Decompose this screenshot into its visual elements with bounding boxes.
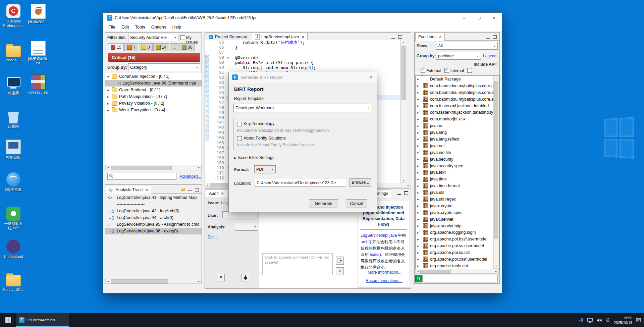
fold-collapse-icon[interactable]: ⊖ (226, 55, 230, 60)
tree-collapsed-icon[interactable]: ▸ (417, 97, 423, 101)
scroll-right-icon[interactable]: ▸ (197, 279, 201, 283)
external-checkbox[interactable] (421, 68, 425, 73)
editor-vertical-scrollbar[interactable]: ▴ ▾ (401, 40, 406, 183)
severity-chip[interactable]: ... (170, 43, 178, 51)
issue-search-input[interactable] (107, 173, 176, 180)
swap-arrows-icon[interactable]: ⇄ (181, 187, 185, 192)
package-row[interactable]: ▸java.net (416, 143, 499, 149)
display-tray-icon[interactable] (587, 318, 593, 323)
tree-collapsed-icon[interactable]: ▸ (417, 197, 423, 201)
minimize-panel-icon[interactable] (391, 35, 395, 39)
notification-center-icon[interactable] (636, 318, 641, 323)
vs-tray-icon[interactable] (578, 318, 584, 323)
severity-chip[interactable]: 7 (124, 43, 138, 51)
desktop-icon-understand[interactable]: Understand (1, 239, 25, 259)
advanced-link[interactable]: Advanced... (180, 174, 201, 179)
menu-edit[interactable]: Edit (118, 24, 132, 30)
maximize-panel-icon[interactable] (195, 188, 199, 192)
package-row[interactable]: ▸java.lang (416, 129, 499, 136)
taskbar-fortify-button[interactable]: F C:\Users\Adminis... (16, 313, 69, 327)
scroll-up-icon[interactable]: ▴ (494, 76, 498, 80)
tree-collapsed-icon[interactable]: ▸ (417, 157, 423, 161)
audit-tab[interactable]: Audit✕ (206, 189, 227, 198)
package-row[interactable]: ▸com.fasterxml.jackson.databind.ty (416, 109, 499, 116)
severity-chip[interactable]: 14 (153, 43, 169, 51)
package-row[interactable]: ▸java.nio.file (416, 149, 499, 156)
scroll-left-icon[interactable]: ◂ (106, 165, 110, 170)
tree-collapsed-icon[interactable]: ▸ (417, 84, 423, 88)
tree-collapsed-icon[interactable]: ▸ (107, 95, 112, 99)
scroll-left-icon[interactable]: ◂ (416, 269, 420, 274)
tree-collapsed-icon[interactable]: ▸ (417, 257, 423, 261)
tree-collapsed-icon[interactable]: ▸ (417, 224, 423, 228)
issue-filter-settings-expander[interactable]: ▶ Issue Filter Settings (234, 155, 274, 160)
scroll-left-icon[interactable]: ◂ (205, 183, 210, 187)
tree-collapsed-icon[interactable]: ▸ (417, 111, 423, 114)
tree-collapsed-icon[interactable]: ▸ (417, 124, 423, 128)
packages-horizontal-scrollbar[interactable]: ◂ ▸ (415, 269, 499, 274)
desktop-icon-pc[interactable]: 此电脑 (1, 76, 25, 95)
tree-collapsed-icon[interactable]: ▸ (107, 88, 112, 92)
tree-expanded-icon[interactable]: ▾ (107, 75, 112, 78)
minimize-panel-icon[interactable] (486, 35, 490, 39)
menu-file[interactable]: File (105, 24, 118, 30)
package-row[interactable]: ▸org.apache.logging.log4j (416, 229, 499, 236)
tree-collapsed-icon[interactable]: ▸ (107, 102, 112, 105)
tree-collapsed-icon[interactable]: ▸ (107, 108, 112, 112)
package-row[interactable]: ▸java.time.format (416, 182, 499, 189)
menu-help[interactable]: Help (169, 24, 184, 30)
tree-row[interactable]: ▸Path Manipulation - [0 / 7] (105, 93, 202, 100)
start-button[interactable] (0, 313, 16, 327)
maximize-panel-icon[interactable] (404, 191, 408, 195)
package-row[interactable]: ▸javax.crypto.spec (416, 209, 499, 216)
tree-collapsed-icon[interactable]: ▸ (417, 237, 423, 241)
desktop-icon-qq[interactable]: QQ浏览器 (1, 172, 25, 192)
package-row[interactable]: ▸java.text (416, 169, 499, 176)
desktop-icon-java[interactable]: jdk-8u202-... (26, 4, 50, 24)
speaker-tray-icon[interactable] (597, 318, 602, 323)
desktop-icon-bin[interactable]: 回收站 (1, 109, 25, 129)
desktop-icon-folder[interactable]: Fortify_SC... (1, 272, 25, 292)
scroll-right-icon[interactable]: ▸ (406, 183, 411, 187)
desktop-icon-panel[interactable]: 控制面板 (1, 140, 25, 160)
tree-collapsed-icon[interactable]: ▸ (417, 171, 423, 174)
browse-button[interactable]: Browse... (350, 178, 371, 187)
tree-row[interactable]: ▸Open Redirect - [0 / 1] (105, 87, 202, 93)
tree-collapsed-icon[interactable]: ▸ (417, 137, 423, 141)
package-row[interactable]: ▸org.apache.poi.xssf.usermodel (416, 256, 499, 263)
bug-button[interactable] (241, 274, 249, 281)
package-row[interactable]: ▸java.security (416, 156, 499, 163)
tree-collapsed-icon[interactable]: ▸ (417, 204, 423, 208)
tree-collapsed-icon[interactable]: ▸ (417, 264, 423, 268)
group-by-select[interactable]: Category (128, 63, 200, 71)
tree-collapsed-icon[interactable]: ▸ (417, 164, 423, 168)
trace-horizontal-scrollbar[interactable]: ◂ ▸ (105, 279, 202, 284)
package-row[interactable]: ▸com.fasterxml.jackson.databind (416, 103, 499, 109)
package-row[interactable]: ▸javax.servlet.http (416, 223, 499, 229)
close-tab-icon[interactable]: ✕ (145, 188, 148, 192)
package-row[interactable]: ▸Default Package (416, 76, 499, 83)
more-information-link[interactable]: More Information... (368, 270, 401, 275)
window-close-button[interactable]: × (487, 13, 502, 23)
cancel-button[interactable]: Cancel (346, 199, 367, 208)
submit-comment-button[interactable] (336, 257, 344, 265)
generate-button[interactable]: Generate (309, 199, 338, 208)
scroll-down-icon[interactable]: ▾ (494, 264, 498, 268)
analysis-select[interactable] (235, 223, 258, 231)
tree-collapsed-icon[interactable]: ▸ (417, 131, 423, 134)
package-row[interactable]: ▸com.monitorjbl.xlsx (416, 116, 499, 122)
my-issues-checkbox[interactable] (180, 35, 185, 40)
trace-item[interactable]: →()LogServiceImpl.java:96 - exec(0) (105, 228, 202, 234)
about-fortify-checkbox[interactable] (237, 136, 242, 141)
tree-collapsed-icon[interactable]: ▸ (417, 177, 423, 181)
trace-item[interactable]: -------------------- (105, 201, 202, 208)
package-row[interactable]: ▸java.security.spec (416, 163, 499, 169)
tree-collapsed-icon[interactable]: ▸ (417, 144, 423, 148)
close-tab-icon[interactable]: ✕ (221, 192, 224, 196)
tree-row[interactable]: ◎LogServiceImpl.java:96 (Command Inje (105, 80, 202, 87)
trace-item[interactable]: →()LogController.java:42 - logArch(0) (105, 208, 202, 214)
scroll-right-icon[interactable]: ▸ (197, 165, 201, 170)
maximize-panel-icon[interactable] (398, 35, 402, 39)
format-select[interactable]: PDF (254, 165, 276, 173)
package-row[interactable]: ▸org.apache.poi.ss.usermodel (416, 242, 499, 249)
